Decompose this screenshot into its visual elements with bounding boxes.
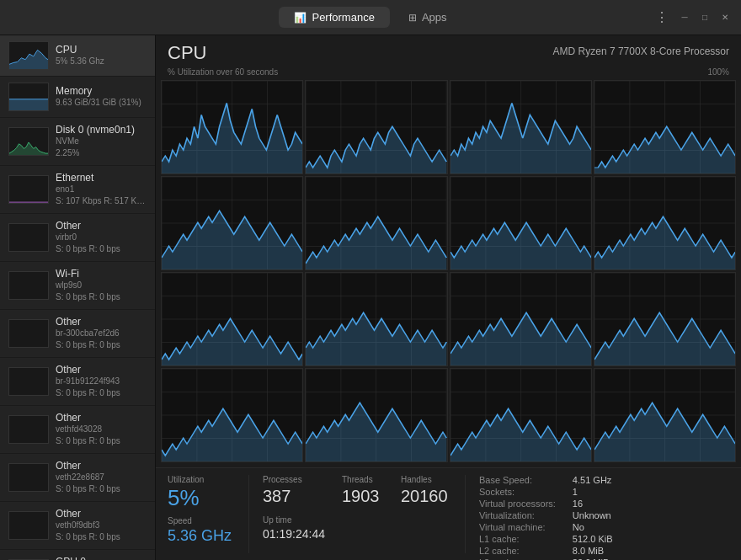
l2-label: L2 cache: <box>479 546 556 556</box>
virtualization-value: Unknown <box>573 510 613 520</box>
graph-cell-15 <box>450 368 592 462</box>
svg-marker-110 <box>162 318 302 365</box>
sidebar-info-other1: Other virbr0 S: 0 bps R: 0 bps <box>56 220 147 255</box>
maximize-button[interactable]: □ <box>697 10 712 25</box>
divider-2 <box>465 475 466 553</box>
content-header: CPU AMD Ryzen 7 7700X 8-Core Processor <box>156 35 741 67</box>
l2-value: 8.0 MiB <box>573 546 613 556</box>
sidebar-name-cpu: CPU <box>56 44 147 56</box>
svg-marker-99 <box>594 216 735 269</box>
sidebar-sub-ethernet-2: S: 107 Kbps R: 517 Kbps <box>56 195 147 207</box>
sidebar-info-other4: Other vethfd43028 S: 0 bps R: 0 bps <box>56 412 147 447</box>
uptime-label: Up time <box>263 515 325 525</box>
sidebar-thumb-other1 <box>8 223 49 252</box>
close-button[interactable]: ✕ <box>717 10 733 25</box>
sidebar-item-other4[interactable]: Other vethfd43028 S: 0 bps R: 0 bps <box>0 406 155 454</box>
tab-apps[interactable]: ⊞ Apps <box>393 7 462 28</box>
sidebar-thumb-other3 <box>8 367 49 396</box>
tab-performance[interactable]: 📊 Performance <box>279 7 389 28</box>
main-layout: CPU 5% 5.36 Ghz Memory 9.63 GiB/31 GiB (… <box>0 35 741 560</box>
graph-cell-3 <box>450 80 592 174</box>
handles-value: 20160 <box>401 487 451 506</box>
tab-bar: 📊 Performance ⊞ Apps <box>279 7 461 28</box>
stats-right-info: Base Speed: 4.51 GHz Sockets: 1 Virtual … <box>479 475 613 553</box>
graph-cell-10 <box>305 272 447 366</box>
sockets-label: Sockets: <box>479 487 556 497</box>
sidebar-name-other6: Other <box>56 508 147 520</box>
sidebar-name-other3: Other <box>56 364 147 376</box>
speed-label: Speed <box>168 516 235 525</box>
subtitle-left: % Utilization over 60 seconds <box>168 67 278 77</box>
sidebar-info-memory: Memory 9.63 GiB/31 GiB (31%) <box>56 85 147 109</box>
graph-cell-2 <box>305 80 447 174</box>
sidebar-item-ethernet[interactable]: Ethernet eno1 S: 107 Kbps R: 517 Kbps <box>0 166 155 214</box>
sidebar-sub-other6-2: S: 0 bps R: 0 bps <box>56 531 147 543</box>
sidebar-sub-other4-2: S: 0 bps R: 0 bps <box>56 435 147 447</box>
threads-value: 1903 <box>342 487 384 506</box>
sidebar-item-disk0[interactable]: Disk 0 (nvme0n1) NVMe 2.25% <box>0 118 155 166</box>
sidebar-thumb-wifi <box>8 271 49 300</box>
tab-apps-label: Apps <box>422 11 447 24</box>
sidebar-item-other3[interactable]: Other br-91b91224f943 S: 0 bps R: 0 bps <box>0 358 155 406</box>
subtitle-right: 100% <box>707 67 729 77</box>
performance-icon: 📊 <box>294 12 307 24</box>
sidebar-sub-other5-1: veth22e8687 <box>56 472 147 483</box>
sidebar-item-other2[interactable]: Other br-300cba7ef2d6 S: 0 bps R: 0 bps <box>0 310 155 358</box>
sidebar-name-wifi: Wi-Fi <box>56 268 147 280</box>
vm-value: No <box>573 522 613 532</box>
graph-cell-13 <box>161 368 303 462</box>
sidebar-item-cpu[interactable]: CPU 5% 5.36 Ghz <box>0 35 155 77</box>
svg-marker-77 <box>306 216 446 269</box>
sidebar-sub-other3-2: S: 0 bps R: 0 bps <box>56 387 147 399</box>
l1-label: L1 cache: <box>479 534 556 544</box>
graph-cell-11 <box>450 272 592 366</box>
sidebar-info-ethernet: Ethernet eno1 S: 107 Kbps R: 517 Kbps <box>56 172 147 207</box>
sidebar-name-gpu0: GPU 0 <box>56 556 147 560</box>
sidebar-sub-wifi-1: wlp9s0 <box>56 280 147 291</box>
sidebar-sub-disk0-2: 2.25% <box>56 147 147 159</box>
sidebar-thumb-other4 <box>8 415 49 444</box>
utilization-value: 5% <box>168 487 235 509</box>
sidebar-name-other5: Other <box>56 460 147 472</box>
sidebar-name-other2: Other <box>56 316 147 328</box>
graph-cell-14 <box>305 368 447 462</box>
sidebar-sub-ethernet-1: eno1 <box>56 184 147 195</box>
stats-processes: Processes 387 Up time 01:19:24:44 <box>263 475 325 553</box>
minimize-button[interactable]: ─ <box>677 10 692 25</box>
sidebar-sub-disk0-1: NVMe <box>56 136 147 147</box>
sidebar-sub-other1-2: S: 0 bps R: 0 bps <box>56 243 147 255</box>
sidebar-sub-other2-1: br-300cba7ef2d6 <box>56 328 147 339</box>
content-subtitle: % Utilization over 60 seconds 100% <box>156 67 741 80</box>
sidebar-name-other1: Other <box>56 220 147 232</box>
sidebar-thumb-memory <box>8 83 49 111</box>
divider-1 <box>248 475 249 553</box>
speed-value: 5.36 GHz <box>168 528 235 543</box>
sidebar-sub-cpu: 5% 5.36 Ghz <box>56 56 147 67</box>
l1-value: 512.0 KiB <box>573 534 613 544</box>
stats-threads: Threads 1903 <box>342 475 384 553</box>
sidebar-sub-other4-1: vethfd43028 <box>56 424 147 435</box>
sidebar-info-disk0: Disk 0 (nvme0n1) NVMe 2.25% <box>56 124 147 159</box>
sidebar-name-memory: Memory <box>56 85 147 97</box>
graph-cell-7 <box>450 176 592 270</box>
svg-marker-1 <box>9 99 48 110</box>
sidebar-item-gpu0[interactable]: GPU 0 NVIDIA GeForce RTX 30... 32% (38 °… <box>0 550 155 560</box>
sidebar: CPU 5% 5.36 Ghz Memory 9.63 GiB/31 GiB (… <box>0 35 156 560</box>
graph-cell-1 <box>161 80 303 174</box>
sidebar-item-wifi[interactable]: Wi-Fi wlp9s0 S: 0 bps R: 0 bps <box>0 262 155 310</box>
sidebar-item-other5[interactable]: Other veth22e8687 S: 0 bps R: 0 bps <box>0 454 155 502</box>
vp-value: 16 <box>573 499 613 509</box>
sidebar-item-memory[interactable]: Memory 9.63 GiB/31 GiB (31%) <box>0 77 155 118</box>
apps-icon: ⊞ <box>408 12 417 24</box>
sidebar-item-other1[interactable]: Other virbr0 S: 0 bps R: 0 bps <box>0 214 155 262</box>
sidebar-name-ethernet: Ethernet <box>56 172 147 184</box>
sidebar-item-other6[interactable]: Other veth0f9dbf3 S: 0 bps R: 0 bps <box>0 502 155 550</box>
graph-cell-12 <box>594 272 736 366</box>
tab-performance-label: Performance <box>312 11 374 24</box>
page-title: CPU <box>168 42 206 64</box>
sidebar-sub-other2-2: S: 0 bps R: 0 bps <box>56 339 147 351</box>
graph-cell-9 <box>161 272 303 366</box>
virtualization-label: Virtualization: <box>479 510 556 520</box>
menu-button[interactable]: ⋮ <box>655 9 669 25</box>
utilization-label: Utilization <box>168 475 235 484</box>
